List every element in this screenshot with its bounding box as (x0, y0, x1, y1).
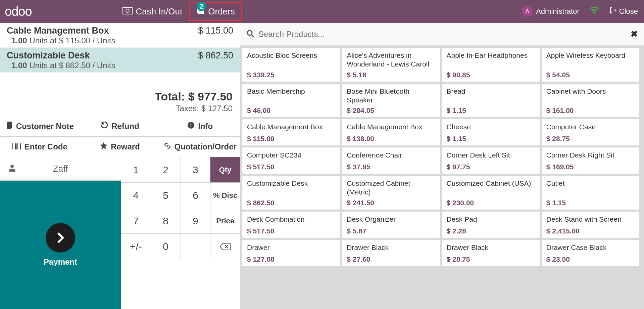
product-card[interactable]: Apple Wireless Keyboard$ 54.05 (542, 48, 639, 82)
key-plus-minus[interactable]: +/- (121, 234, 151, 259)
product-price: $ 862.50 (247, 199, 335, 207)
admin-name[interactable]: Administrator (536, 7, 580, 16)
product-card[interactable]: Cutlet$ 1.15 (542, 176, 639, 210)
product-card[interactable]: Desk Organizer$ 5.87 (342, 212, 440, 238)
product-name: Desk Pad (447, 215, 535, 224)
line-detail: 1.00 Units at $ 862.50 / Units (7, 61, 233, 70)
close-button[interactable]: Close (609, 7, 638, 16)
product-card[interactable]: Computer Case$ 28.75 (542, 119, 639, 145)
key-5[interactable]: 5 (151, 183, 181, 208)
enter-code-button[interactable]: Enter Code (0, 137, 80, 157)
product-card[interactable]: Acoustic Bloc Screens$ 339.25 (242, 48, 340, 82)
product-card[interactable]: Cable Management Box$ 138.00 (342, 119, 440, 145)
customer-button[interactable]: Zaff (0, 157, 121, 181)
product-name: Bread (447, 87, 535, 96)
product-card[interactable]: Bose Mini Bluetooth Speaker$ 284.05 (342, 84, 440, 118)
odoo-logo: odoo (5, 4, 32, 19)
order-line[interactable]: Cable Management Box$ 115.001.00 Units a… (0, 23, 240, 48)
note-icon (6, 122, 13, 131)
order-line[interactable]: Customizable Desk$ 862.501.00 Units at $… (0, 48, 240, 73)
key-dot[interactable] (181, 234, 210, 259)
product-card[interactable]: Basic Membership$ 46.00 (242, 84, 340, 118)
svg-rect-5 (12, 143, 13, 149)
product-card[interactable]: Customized Cabinet (Metric)$ 241.50 (342, 176, 440, 210)
product-card[interactable]: Desk Pad$ 2.28 (442, 212, 540, 238)
key-3[interactable]: 3 (181, 157, 210, 183)
refund-button[interactable]: Refund (80, 116, 160, 136)
link-icon (164, 142, 171, 151)
topbar: odoo Cash In/Out 2 Orders A Administrato… (0, 0, 644, 23)
product-card[interactable]: Corner Desk Left Sit$ 97.75 (442, 147, 540, 174)
search-input[interactable] (258, 30, 631, 39)
product-card[interactable]: Cabinet with Doors$ 161.00 (542, 84, 639, 118)
product-price: $ 161.00 (546, 106, 635, 115)
product-card[interactable]: Alice's Adventures in Wonderland - Lewis… (342, 48, 440, 82)
total-amount: Total: $ 977.50 (7, 90, 233, 103)
product-price: $ 54.05 (546, 71, 635, 79)
product-price: $ 46.00 (247, 106, 335, 115)
product-card[interactable]: Customizable Desk$ 862.50 (242, 176, 340, 210)
signout-icon (609, 7, 616, 16)
avatar[interactable]: A (522, 6, 533, 17)
orders-button[interactable]: 2 Orders (189, 2, 242, 21)
wifi-icon (590, 7, 599, 16)
product-name: Drawer (247, 243, 335, 252)
product-price: $ 28.75 (447, 255, 535, 263)
product-name: Apple Wireless Keyboard (546, 51, 635, 60)
product-name: Cable Management Box (247, 123, 335, 131)
product-card[interactable]: Drawer Case Black$ 23.00 (542, 240, 639, 266)
product-card[interactable]: Cable Management Box$ 115.00 (242, 119, 340, 145)
product-price: $ 115.00 (247, 135, 335, 143)
product-card[interactable]: Customized Cabinet (USA)$ 230.00 (442, 176, 540, 210)
product-card[interactable]: Computer SC234$ 517.50 (242, 147, 340, 174)
info-button[interactable]: i Info (160, 116, 240, 136)
order-panel: Cable Management Box$ 115.001.00 Units a… (0, 23, 240, 309)
key-8[interactable]: 8 (151, 208, 181, 234)
product-price: $ 23.00 (546, 255, 635, 263)
mode-qty-button[interactable]: Qty (210, 157, 240, 183)
product-card[interactable]: Drawer Black$ 27.60 (342, 240, 440, 266)
cash-in-out-button[interactable]: Cash In/Out (116, 0, 189, 23)
product-card[interactable]: Desk Combination$ 517.50 (242, 212, 340, 238)
cash-icon (122, 6, 133, 17)
line-name: Customizable Desk (7, 50, 90, 61)
svg-rect-10 (19, 143, 19, 149)
product-grid: Acoustic Bloc Screens$ 339.25Alice's Adv… (240, 46, 644, 309)
key-1[interactable]: 1 (121, 157, 151, 183)
key-6[interactable]: 6 (181, 183, 210, 208)
search-clear-button[interactable]: ✖ (631, 29, 638, 39)
key-backspace[interactable] (210, 234, 240, 259)
cash-label: Cash In/Out (136, 6, 183, 17)
mode-disc-button[interactable]: % Disc (210, 183, 240, 208)
key-9[interactable]: 9 (181, 208, 210, 234)
product-card[interactable]: Drawer Black$ 28.75 (442, 240, 540, 266)
close-label: Close (619, 7, 638, 16)
product-card[interactable]: Drawer$ 127.08 (242, 240, 340, 266)
customer-note-button[interactable]: Customer Note (0, 116, 80, 136)
product-card[interactable]: Cheese$ 1.15 (442, 119, 540, 145)
product-card[interactable]: Corner Desk Right Sit$ 169.05 (542, 147, 639, 174)
key-4[interactable]: 4 (121, 183, 151, 208)
product-name: Desk Stand with Screen (546, 215, 635, 224)
line-price: $ 115.00 (198, 26, 233, 36)
orders-label: Orders (208, 6, 235, 17)
quotation-order-button[interactable]: Quotation/Order (160, 137, 240, 157)
product-price: $ 1.15 (546, 199, 635, 207)
key-0[interactable]: 0 (151, 234, 181, 259)
key-7[interactable]: 7 (121, 208, 151, 234)
product-name: Computer Case (546, 123, 635, 131)
product-card[interactable]: Apple In-Ear Headphones$ 90.85 (442, 48, 540, 82)
product-price: $ 230.00 (447, 199, 535, 207)
product-card[interactable]: Desk Stand with Screen$ 2,415.00 (542, 212, 639, 238)
product-card[interactable]: Conference Chair$ 37.95 (342, 147, 440, 174)
numpad: 1 2 3 Qty 4 5 6 % Disc 7 8 9 Price +/- 0 (121, 157, 240, 309)
reward-button[interactable]: Reward (80, 137, 160, 157)
key-2[interactable]: 2 (151, 157, 181, 183)
product-price: $ 339.25 (247, 71, 335, 79)
product-name: Drawer Case Black (546, 243, 635, 252)
product-panel: ✖ Acoustic Bloc Screens$ 339.25Alice's A… (240, 23, 644, 309)
mode-price-button[interactable]: Price (210, 208, 240, 234)
product-price: $ 138.00 (347, 135, 435, 143)
product-card[interactable]: Bread$ 1.15 (442, 84, 540, 118)
payment-button[interactable]: Payment (0, 181, 121, 309)
